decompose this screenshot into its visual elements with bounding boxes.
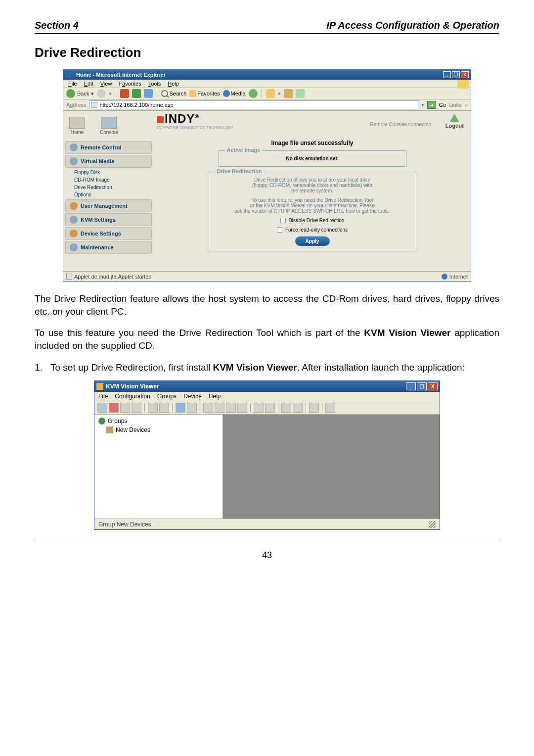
menu-edit[interactable]: Edit	[84, 81, 93, 87]
kvm-tb-icon-4[interactable]	[132, 403, 141, 413]
menu-help[interactable]: Help	[168, 81, 179, 87]
address-dropdown-icon[interactable]: ▾	[421, 102, 424, 108]
media-button[interactable]: Media	[223, 90, 246, 97]
force-readonly-checkbox[interactable]	[277, 227, 282, 233]
console-link[interactable]: Console	[100, 117, 118, 135]
kvm-tb-icon-7[interactable]	[176, 403, 185, 413]
kvm-tb-icon-14[interactable]	[265, 403, 275, 413]
nav-cdrom-image[interactable]: CD-ROM Image	[63, 176, 154, 184]
tree-groups[interactable]: Groups	[98, 418, 219, 425]
back-button[interactable]: Back ▾	[66, 89, 94, 98]
nav-kvm-settings[interactable]: KVM Settings	[65, 213, 152, 226]
header-rule	[35, 33, 499, 34]
kvm-tb-icon-3[interactable]	[120, 403, 130, 413]
toolbar-sep	[116, 89, 116, 98]
home-button[interactable]	[144, 89, 153, 98]
logout-button[interactable]: Logout	[445, 114, 464, 129]
ie-address-bar: Address http://192.168.2.100/home.asp ▾ …	[63, 99, 471, 111]
apply-button[interactable]: Apply	[295, 236, 330, 246]
resize-grip-icon[interactable]	[429, 521, 436, 528]
nav-user-management[interactable]: User Management	[65, 199, 152, 212]
close-button[interactable]: X	[428, 382, 438, 390]
kvm-titlebar[interactable]: KVM Vision Viewer _ ❐ X	[94, 381, 440, 392]
kvm-tb-icon-8[interactable]	[187, 403, 197, 413]
address-input[interactable]: http://192.168.2.100/home.asp	[89, 100, 418, 109]
nav-device-settings[interactable]: Device Settings	[65, 227, 152, 240]
kvm-tb-icon-13[interactable]	[254, 403, 264, 413]
kvm-tb-icon-11[interactable]	[226, 403, 236, 413]
menu-configuration[interactable]: Configuration	[115, 393, 150, 400]
home-icon	[69, 117, 85, 129]
history-button[interactable]	[249, 89, 258, 98]
minimize-button[interactable]: _	[443, 71, 451, 78]
dr-desc: the remote system.	[215, 188, 410, 193]
maintenance-icon	[70, 243, 78, 251]
home-link[interactable]: Home	[69, 117, 85, 135]
go-button[interactable]: ➔	[427, 101, 436, 109]
kvm-tb-icon-9[interactable]	[203, 403, 213, 413]
internet-zone-icon	[442, 274, 447, 280]
links-label[interactable]: Links	[449, 102, 462, 108]
drive-redirection-legend: Drive Redirection	[215, 168, 264, 174]
nav-remote-control[interactable]: Remote Control	[65, 141, 152, 154]
nav-drive-redirection[interactable]: Drive Redirection	[63, 184, 154, 191]
ie-titlebar[interactable]: Home - Microsoft Internet Explorer _ ❐ X	[63, 70, 471, 80]
toolbar-sep	[322, 403, 322, 413]
menu-help[interactable]: Help	[209, 393, 221, 400]
kvm-tb-icon-6[interactable]	[159, 403, 169, 413]
ie-window-title: Home - Microsoft Internet Explorer	[74, 72, 443, 78]
menu-groups[interactable]: Groups	[157, 393, 177, 400]
kvm-tb-icon-15[interactable]	[281, 403, 291, 413]
toolbar-sep	[200, 403, 200, 413]
kvm-tree[interactable]: Groups New Devices	[94, 415, 223, 519]
tree-new-devices[interactable]: New Devices	[106, 426, 219, 433]
kvm-tb-icon-18[interactable]	[325, 403, 335, 413]
globe-icon	[98, 418, 105, 425]
maximize-button[interactable]: ❐	[417, 382, 427, 390]
favorites-button[interactable]: Favorites	[189, 90, 220, 97]
chevron-down-icon: ▾	[109, 91, 112, 97]
nav-virtual-media[interactable]: Virtual Media	[65, 155, 152, 168]
dr-desc: Drive Redirection allows you to share yo…	[215, 177, 410, 183]
forward-button[interactable]	[97, 89, 106, 98]
nav-maintenance[interactable]: Maintenance	[65, 241, 152, 254]
kvm-tb-icon-2[interactable]	[109, 403, 119, 413]
new-devices-icon	[106, 426, 113, 433]
kvm-tb-icon-1[interactable]	[97, 403, 107, 413]
menu-file[interactable]: FFileile	[68, 81, 77, 87]
status-left: Applet de.mud.jta.Applet started	[74, 274, 152, 280]
kvm-tb-icon-16[interactable]	[293, 403, 303, 413]
kvm-menubar: File Configuration Groups Device Help	[94, 392, 440, 401]
back-icon	[66, 89, 75, 98]
go-label: Go	[439, 102, 446, 108]
menu-tools[interactable]: Tools	[148, 81, 161, 87]
paragraph-2: To use this feature you need the Drive R…	[35, 327, 499, 352]
minimize-button[interactable]: _	[406, 382, 416, 390]
menu-device[interactable]: Device	[183, 393, 202, 400]
menu-view[interactable]: View	[100, 81, 112, 87]
search-button[interactable]: Search	[161, 90, 186, 97]
kvm-toolbar	[94, 401, 440, 415]
disable-drive-redirection-checkbox[interactable]	[280, 218, 286, 223]
step-1: 1. To set up Drive Redirection, first in…	[35, 361, 499, 374]
maximize-button[interactable]: ❐	[452, 71, 460, 78]
mail-button[interactable]	[284, 89, 293, 98]
folder-button[interactable]	[266, 89, 275, 98]
kvm-tb-icon-10[interactable]	[215, 403, 224, 413]
nav-options[interactable]: Options	[63, 191, 154, 198]
address-label: Address	[66, 102, 86, 108]
menu-favorites[interactable]: Favorites	[119, 81, 141, 87]
kvm-tb-icon-12[interactable]	[237, 403, 247, 413]
status-right: Internet	[449, 274, 468, 280]
discuss-button[interactable]	[296, 89, 305, 98]
refresh-button[interactable]	[132, 89, 141, 98]
close-button[interactable]: X	[461, 71, 469, 78]
kvm-window: KVM Vision Viewer _ ❐ X File Configurati…	[94, 380, 440, 530]
stop-button[interactable]	[120, 89, 129, 98]
device-settings-icon	[70, 230, 78, 237]
kvm-tb-icon-17[interactable]	[309, 403, 319, 413]
menu-file[interactable]: File	[98, 393, 108, 400]
kvm-tb-icon-5[interactable]	[148, 403, 158, 413]
nav-floppy-disk[interactable]: Floppy Disk	[63, 169, 154, 176]
virtual-media-icon	[70, 157, 78, 165]
